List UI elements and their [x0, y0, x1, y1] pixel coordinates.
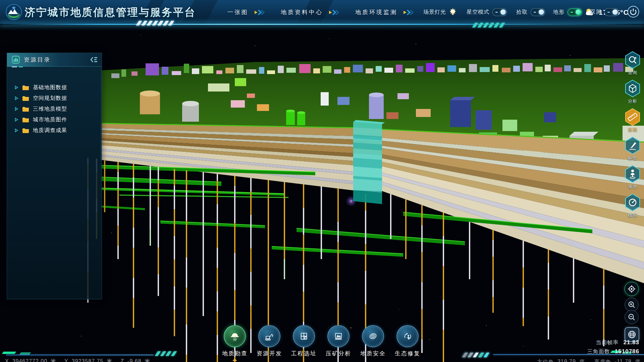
- globe-icon: [628, 330, 636, 339]
- cursor-coordinates: X39462772.00米 Y3923587.75米 Z-9.68米: [5, 358, 155, 362]
- light-bulb-icon[interactable]: [448, 8, 457, 17]
- tree-item-urban-geo-maps[interactable]: 城市地质图件: [7, 114, 102, 125]
- tool-roam[interactable]: 漫游: [625, 165, 641, 190]
- camera-angles: 方位角319.79度 高度角-11.78度: [537, 359, 641, 362]
- nav-item-env-monitor[interactable]: 地质环境监测: [355, 8, 414, 16]
- zoom-in-icon: [628, 301, 636, 309]
- zoom-out-button[interactable]: [625, 310, 639, 324]
- decor-slashes-top-right: [474, 23, 503, 27]
- decor-slashes-bottom-right: [464, 353, 488, 357]
- decor-line-left: [6, 355, 154, 355]
- tool-measure[interactable]: 量测: [625, 108, 641, 133]
- expand-arrow-icon[interactable]: [14, 85, 18, 89]
- locate-button[interactable]: [625, 282, 639, 296]
- power-button[interactable]: [627, 5, 640, 18]
- dock-ore-pressure-analysis[interactable]: 压矿分析: [320, 325, 357, 357]
- toggle-starsky[interactable]: [492, 8, 507, 16]
- tool-analyze[interactable]: 分析: [625, 79, 641, 104]
- zoom-out-icon: [628, 313, 636, 321]
- toggle-starsky-label: 星空模式: [467, 9, 489, 16]
- toggle-pick[interactable]: [531, 8, 545, 16]
- toggle-dualscreen[interactable]: [604, 8, 619, 16]
- folder-icon: [22, 106, 29, 112]
- tool-query[interactable]: 查询: [625, 51, 641, 76]
- strata-contour-icon: [362, 325, 384, 347]
- dock-geological-safety[interactable]: 地质安全: [355, 325, 391, 357]
- cube-analyze-icon: [625, 79, 641, 98]
- expand-arrow-icon[interactable]: [14, 118, 18, 122]
- expand-arrow-icon[interactable]: [14, 128, 18, 132]
- brush-plot-icon: [625, 136, 641, 155]
- mountain-ore-icon: [327, 325, 350, 347]
- nav-item-data-center[interactable]: 地质资料中心: [281, 8, 340, 16]
- collapse-panel-icon[interactable]: [90, 56, 98, 63]
- expand-arrow-icon[interactable]: [14, 96, 18, 100]
- main-nav: 一张图 地质资料中心 地质环境监测: [227, 0, 414, 24]
- double-chevron-right-icon: [254, 9, 265, 15]
- right-toolbar: 查询 分析 量测 标绘: [623, 51, 643, 218]
- header-controls: 场景灯光 星空模式 拾取 地形 双屏: [423, 0, 619, 24]
- resource-catalog-panel: 资源目录 基础地图数据 空间规划数据 三维地质模型 城市地质图件: [7, 53, 102, 299]
- toggle-dualscreen-label: 双屏: [590, 9, 601, 16]
- tree-item-3d-geo-model[interactable]: 三维地质模型: [7, 104, 102, 114]
- dock-site-selection[interactable]: 工程选址: [285, 325, 322, 357]
- double-chevron-right-icon: [403, 9, 414, 15]
- triangles-label: 三角面数: [587, 348, 610, 355]
- decor-slashes-bottom-left: [156, 351, 175, 356]
- tree-item-geo-survey-results[interactable]: 地质调查成果: [7, 125, 102, 136]
- selection-column: [353, 120, 385, 204]
- fps-value: 21.83: [623, 339, 639, 346]
- top-header-bar: 济宁城市地质信息管理与服务平台 一张图 地质资料中心 地质环境监测: [0, 0, 644, 24]
- toggle-terrain[interactable]: [568, 8, 582, 16]
- bar-chart-icon: [12, 56, 20, 64]
- expand-arrow-icon[interactable]: [14, 107, 18, 111]
- excavator-icon: [258, 325, 280, 347]
- decor-slashes-top-left: [138, 21, 173, 25]
- performance-stats: 当前帧率21.83 三角面数1510786: [587, 339, 639, 357]
- panel-header: 资源目录: [7, 53, 102, 67]
- folder-icon: [22, 96, 29, 101]
- tree-item-spatial-planning-data[interactable]: 空间规划数据: [7, 93, 102, 104]
- ruler-measure-icon: [625, 108, 641, 126]
- building-site-icon: [293, 325, 315, 347]
- tool-plot[interactable]: 标绘: [625, 136, 641, 161]
- folder-icon: [22, 85, 29, 90]
- helmet-survey-icon: [224, 325, 246, 347]
- fps-label: 当前帧率: [596, 339, 619, 346]
- eco-restore-icon: [396, 325, 419, 347]
- tree-item-base-map-data[interactable]: 基础地图数据: [7, 82, 102, 93]
- resource-tree: 基础地图数据 空间规划数据 三维地质模型 城市地质图件 地质调查成果: [7, 67, 102, 136]
- platform-logo: [5, 4, 22, 20]
- header-glow-line: [0, 24, 644, 25]
- dock-geological-survey[interactable]: 地质勘查: [216, 325, 253, 361]
- folder-icon: [22, 117, 29, 123]
- panel-header-decor: [12, 66, 23, 67]
- toggle-pick-label: 拾取: [516, 9, 528, 16]
- search-icon: [625, 51, 641, 69]
- toggle-terrain-label: 地形: [553, 9, 565, 16]
- nav-item-one-map[interactable]: 一张图: [227, 8, 265, 16]
- tool-simulate[interactable]: 模拟: [625, 193, 641, 218]
- crosshair-locate-icon: [628, 285, 636, 293]
- geology-platform-app: { "header": { "title": "济宁城市地质信息管理与服务平台"…: [0, 0, 644, 362]
- dock-resource-development[interactable]: 资源开发: [251, 325, 288, 357]
- decor-dash: [19, 352, 31, 355]
- zoom-in-button[interactable]: [625, 298, 639, 312]
- dock-eco-restoration[interactable]: 生态修复: [389, 325, 426, 357]
- triangles-value: 1510786: [615, 348, 639, 355]
- double-chevron-right-icon: [328, 9, 340, 15]
- panel-title: 资源目录: [24, 56, 51, 64]
- active-dock-caret: [232, 358, 237, 361]
- person-roam-icon: [625, 165, 641, 183]
- folder-icon: [22, 128, 29, 133]
- scene-light-label: 场景灯光: [423, 9, 446, 16]
- decor-dash: [2, 352, 16, 354]
- gauge-simulate-icon: [625, 193, 641, 212]
